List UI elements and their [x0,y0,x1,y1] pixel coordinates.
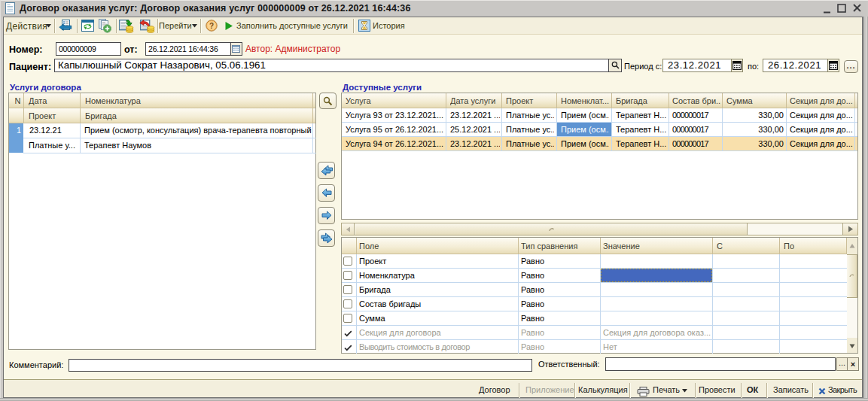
svg-text:?: ? [209,22,214,30]
